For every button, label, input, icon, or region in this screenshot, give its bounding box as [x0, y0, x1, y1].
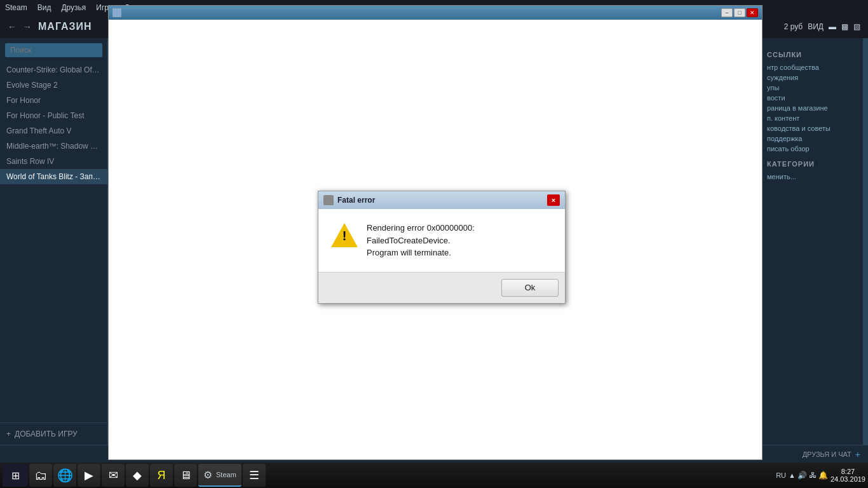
taskbar-app7[interactable]: 🖥 — [174, 464, 197, 487]
sidebar-item-cs-go[interactable]: Counter-Strike: Global Offe... — [0, 62, 107, 78]
app-minimize-button[interactable]: − — [721, 8, 733, 17]
taskbar-chrome[interactable]: 🌐 — [53, 464, 76, 487]
view-icon-tiles[interactable]: ▧ — [853, 22, 860, 31]
dialog-title: Fatal error — [337, 196, 543, 205]
right-link-community[interactable]: нтр сообщества — [767, 62, 862, 72]
nav-back[interactable]: ← — [8, 22, 17, 32]
app-titlebar-buttons: − □ ✕ — [721, 8, 758, 17]
view-icon-grid[interactable]: ▩ — [841, 22, 848, 31]
warning-icon: ! — [331, 222, 358, 248]
add-game-button[interactable]: + ДОБАВИТЬ ИГРУ — [6, 430, 101, 438]
taskbar-yandex[interactable]: Я — [150, 464, 173, 487]
tray-network-icon[interactable]: 🖧 — [809, 471, 817, 480]
right-link-groups[interactable]: упы — [767, 83, 862, 93]
app8-icon: ☰ — [249, 468, 259, 482]
sidebar-item-middle-earth[interactable]: Middle-earth™: Shadow of... — [0, 139, 107, 154]
view-icon-list[interactable]: ▬ — [829, 22, 836, 31]
sidebar-item-saints-row[interactable]: Saints Row IV — [0, 154, 107, 169]
left-sidebar: Counter-Strike: Global Offe... Evolve St… — [0, 38, 108, 445]
system-time: 8:27 — [831, 468, 865, 475]
page-title: МАГАЗИН — [38, 21, 92, 32]
app7-icon: 🖥 — [180, 469, 191, 482]
friends-add-icon[interactable]: + — [855, 449, 860, 459]
media-icon: ▶ — [85, 468, 93, 482]
app-maximize-button[interactable]: □ — [734, 8, 745, 17]
taskbar-file-explorer[interactable]: 🗂 — [29, 464, 52, 487]
taskbar-media[interactable]: ▶ — [78, 464, 100, 487]
warning-exclamation: ! — [342, 229, 347, 242]
tray-volume-icon[interactable]: 🔊 — [797, 471, 807, 480]
dialog-ok-button[interactable]: Ok — [501, 279, 559, 297]
right-scrollbar[interactable] — [863, 38, 868, 445]
sidebar-item-wot-blitz[interactable]: World of Tanks Blitz - Запу... — [0, 169, 107, 184]
dialog-close-button[interactable]: × — [547, 194, 560, 206]
dialog-titlebar-icon — [323, 195, 334, 205]
dialog-message: Rendering error 0x00000000: FailedToCrea… — [367, 222, 552, 259]
dialog-body: ! Rendering error 0x00000000: FailedToCr… — [318, 209, 565, 272]
dialog-message-line2: Program will terminate. — [367, 248, 451, 257]
right-link-categories[interactable]: менить... — [767, 172, 862, 182]
steam-taskbar-label: Steam — [216, 471, 236, 478]
file-explorer-icon: 🗂 — [34, 468, 47, 483]
add-icon: + — [6, 430, 11, 438]
dialog-footer: Ok — [318, 272, 565, 303]
app-close-button[interactable]: ✕ — [747, 8, 758, 17]
menu-friends[interactable]: Друзья — [61, 3, 86, 12]
add-game-label: ДОБАВИТЬ ИГРУ — [15, 430, 78, 438]
chrome-icon: 🌐 — [57, 468, 73, 483]
right-link-review[interactable]: писать обзор — [767, 144, 862, 154]
app5-icon: ◆ — [133, 468, 142, 482]
right-link-discussions[interactable]: суждения — [767, 72, 862, 83]
price-label: 2 руб — [784, 22, 803, 31]
view-label: ВИД — [808, 22, 824, 31]
taskbar-app5[interactable]: ◆ — [126, 464, 149, 487]
right-link-guides[interactable]: ководства и советы — [767, 123, 862, 133]
sidebar-bottom: + ДОБАВИТЬ ИГРУ — [0, 423, 107, 445]
sidebar-item-gta5[interactable]: Grand Theft Auto V — [0, 123, 107, 139]
dialog-message-line1: Rendering error 0x00000000: FailedToCrea… — [367, 223, 475, 245]
nav-forward[interactable]: → — [23, 22, 32, 32]
categories-section-title: КАТЕГОРИИ — [767, 160, 862, 168]
fatal-error-dialog-box: Fatal error × ! Rendering error 0x000000… — [318, 191, 566, 304]
tray-locale: RU — [776, 471, 786, 479]
sidebar-item-evolve[interactable]: Evolve Stage 2 — [0, 78, 107, 93]
steam-taskbar-icon: ⚙ — [203, 469, 212, 481]
friends-label[interactable]: ДРУЗЬЯ И ЧАТ — [803, 451, 851, 458]
sidebar-item-for-honor-test[interactable]: For Honor - Public Test — [0, 108, 107, 123]
menu-view[interactable]: Вид — [37, 3, 51, 12]
search-input[interactable] — [5, 43, 102, 57]
taskbar-app8[interactable]: ☰ — [243, 464, 266, 487]
nav-right: 2 руб ВИД ▬ ▩ ▧ — [784, 22, 860, 31]
right-link-store[interactable]: раница в магазине — [767, 103, 862, 113]
tray-notifications-icon[interactable]: 🔔 — [818, 471, 828, 480]
taskbar-steam-app[interactable]: ⚙ Steam — [198, 464, 241, 487]
start-button[interactable]: ⊞ — [3, 464, 28, 487]
sidebar-games: Counter-Strike: Global Offe... Evolve St… — [0, 62, 107, 423]
app-titlebar: − □ ✕ — [109, 6, 762, 20]
tray-up-arrow[interactable]: ▲ — [789, 471, 796, 479]
menu-steam[interactable]: Steam — [5, 3, 27, 12]
tray-icons: ▲ 🔊 🖧 🔔 — [789, 471, 828, 480]
system-clock[interactable]: 8:27 24.03.2019 — [831, 468, 865, 483]
right-sidebar: ССЫЛКИ нтр сообщества суждения упы вости… — [760, 38, 868, 445]
taskbar-tray: RU ▲ 🔊 🖧 🔔 8:27 24.03.2019 — [776, 468, 865, 483]
app-titlebar-icon — [112, 8, 121, 17]
taskbar: ⊞ 🗂 🌐 ▶ ✉ ◆ Я 🖥 ⚙ Steam ☰ RU ▲ 🔊 🖧 🔔 — [0, 463, 868, 488]
links-section-title: ССЫЛКИ — [767, 51, 862, 58]
dialog-titlebar: Fatal error × — [318, 191, 565, 209]
mail-icon: ✉ — [109, 468, 118, 482]
right-link-support[interactable]: поддержка — [767, 133, 862, 144]
system-date: 24.03.2019 — [831, 475, 865, 483]
start-icon: ⊞ — [11, 470, 20, 482]
yandex-icon: Я — [158, 469, 166, 482]
fatal-error-dialog: Fatal error × ! Rendering error 0x000000… — [318, 191, 566, 304]
taskbar-mail[interactable]: ✉ — [102, 464, 125, 487]
right-link-dlc[interactable]: п. контент — [767, 113, 862, 123]
right-link-news[interactable]: вости — [767, 93, 862, 103]
sidebar-item-for-honor[interactable]: For Honor — [0, 93, 107, 108]
